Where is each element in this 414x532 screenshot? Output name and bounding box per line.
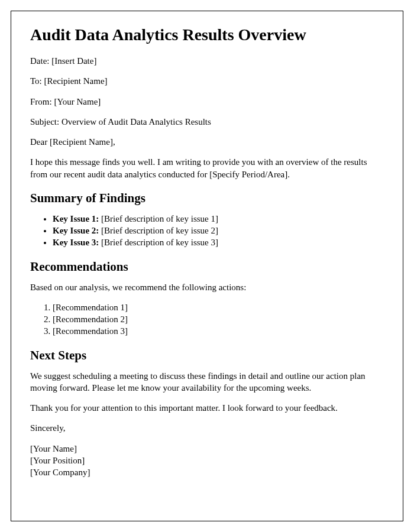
list-item: [Recommendation 1] <box>53 301 384 313</box>
list-item: Key Issue 2: [Brief description of key i… <box>53 225 384 236</box>
findings-heading: Summary of Findings <box>30 191 384 206</box>
signoff: Sincerely, <box>30 422 384 434</box>
key-issue-desc: [Brief description of key issue 1] <box>101 214 218 223</box>
date-line: Date: [Insert Date] <box>30 55 384 67</box>
signature-position: [Your Position] <box>30 455 384 466</box>
to-line: To: [Recipient Name] <box>30 75 384 87</box>
key-issue-desc: [Brief description of key issue 2] <box>101 226 218 235</box>
recommendations-lead: Based on our analysis, we recommend the … <box>30 281 384 293</box>
from-line: From: [Your Name] <box>30 96 384 108</box>
key-issue-desc: [Brief description of key issue 3] <box>101 238 218 247</box>
document-page: Audit Data Analytics Results Overview Da… <box>11 11 403 521</box>
next-steps-heading: Next Steps <box>30 348 384 363</box>
findings-list: Key Issue 1: [Brief description of key i… <box>53 213 384 249</box>
date-label: Date: <box>30 56 51 66</box>
subject-line: Subject: Overview of Audit Data Analytic… <box>30 116 384 128</box>
list-item: Key Issue 3: [Brief description of key i… <box>53 236 384 248</box>
subject-label: Subject: <box>30 117 62 126</box>
recommendations-list: [Recommendation 1] [Recommendation 2] [R… <box>53 301 384 338</box>
signature-name: [Your Name] <box>30 443 384 455</box>
list-item: [Recommendation 2] <box>53 313 384 325</box>
salutation: Dear [Recipient Name], <box>30 136 384 148</box>
list-item: [Recommendation 3] <box>53 325 384 337</box>
document-title: Audit Data Analytics Results Overview <box>30 25 384 44</box>
date-value: [Insert Date] <box>51 56 96 66</box>
to-label: To: <box>30 76 44 86</box>
closing-paragraph: Thank you for your attention to this imp… <box>30 402 384 414</box>
key-issue-label: Key Issue 3: <box>53 238 101 247</box>
to-value: [Recipient Name] <box>44 76 108 86</box>
signature-block: [Your Name] [Your Position] [Your Compan… <box>30 443 384 479</box>
from-value: [Your Name] <box>54 97 101 106</box>
subject-value: Overview of Audit Data Analytics Results <box>62 117 211 126</box>
intro-paragraph: I hope this message finds you well. I am… <box>30 156 384 180</box>
from-label: From: <box>30 97 54 106</box>
key-issue-label: Key Issue 2: <box>53 226 101 235</box>
recommendations-heading: Recommendations <box>30 259 384 274</box>
signature-company: [Your Company] <box>30 466 384 478</box>
list-item: Key Issue 1: [Brief description of key i… <box>53 213 384 225</box>
next-steps-body: We suggest scheduling a meeting to discu… <box>30 370 384 394</box>
key-issue-label: Key Issue 1: <box>53 214 101 223</box>
